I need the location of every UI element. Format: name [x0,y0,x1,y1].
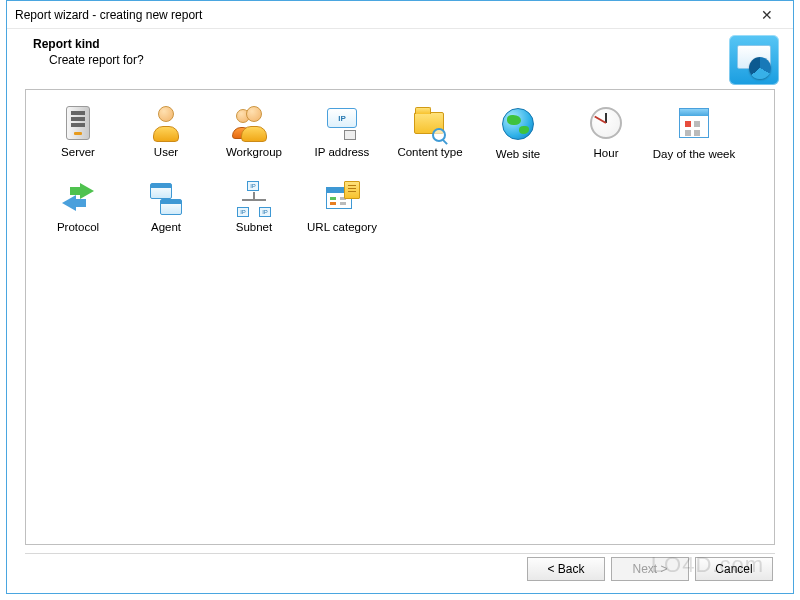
option-workgroup[interactable]: Workgroup [212,104,296,161]
ip-address-icon: IP [324,106,360,142]
option-label: IP address [300,146,384,159]
agent-icon [148,181,184,217]
content-type-icon [412,106,448,142]
option-url-category[interactable]: URL category [300,179,384,234]
option-label: Hour [564,147,648,160]
report-kind-list: Server User Workgroup IP IP address Cont… [34,100,766,248]
option-label: URL category [300,221,384,234]
option-subnet[interactable]: IPIPIP Subnet [212,179,296,234]
url-category-icon [324,181,360,217]
option-label: User [124,146,208,159]
option-label: Workgroup [212,146,296,159]
option-label: Server [36,146,120,159]
subnet-icon: IPIPIP [236,181,272,217]
next-button[interactable]: Next > [611,557,689,581]
option-label: Web site [476,148,560,161]
options-panel: Server User Workgroup IP IP address Cont… [25,89,775,545]
option-web-site[interactable]: Web site [476,104,560,161]
wizard-window: Report wizard - creating new report ✕ Re… [6,0,794,594]
cancel-button[interactable]: Cancel [695,557,773,581]
option-label: Content type [388,146,472,159]
wizard-header: Report kind Create report for? [7,29,793,89]
option-agent[interactable]: Agent [124,179,208,234]
option-user[interactable]: User [124,104,208,161]
report-folder-icon [729,35,779,85]
calendar-icon [676,108,712,144]
user-icon [148,106,184,142]
back-button[interactable]: < Back [527,557,605,581]
close-icon: ✕ [761,7,773,23]
workgroup-icon [236,106,272,142]
option-label: Agent [124,221,208,234]
protocol-icon [60,181,96,217]
server-icon [60,106,96,142]
option-hour[interactable]: Hour [564,104,648,161]
page-title: Report kind [33,37,775,51]
option-label: Day of the week [652,148,736,161]
option-server[interactable]: Server [36,104,120,161]
page-subtitle: Create report for? [49,53,775,67]
wizard-footer: < Back Next > Cancel [7,545,793,593]
titlebar: Report wizard - creating new report ✕ [7,1,793,29]
option-day-of-week[interactable]: Day of the week [652,104,736,161]
option-label: Protocol [36,221,120,234]
close-button[interactable]: ✕ [747,3,787,27]
option-content-type[interactable]: Content type [388,104,472,161]
option-ip-address[interactable]: IP IP address [300,104,384,161]
option-protocol[interactable]: Protocol [36,179,120,234]
globe-icon [500,108,536,144]
option-label: Subnet [212,221,296,234]
window-title: Report wizard - creating new report [15,8,747,22]
clock-icon [588,107,624,143]
